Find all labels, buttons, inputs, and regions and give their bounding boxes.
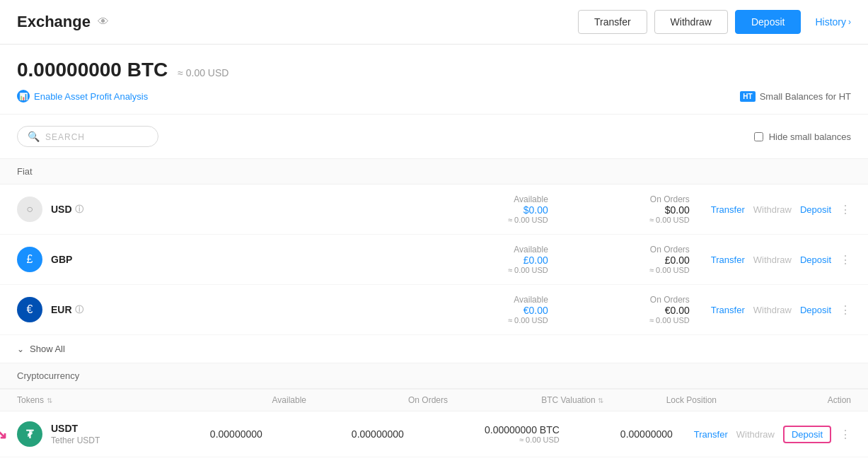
col-header-tokens: Tokens ⇅ xyxy=(17,395,102,405)
gbp-transfer-btn[interactable]: Transfer xyxy=(711,255,745,265)
ht-badge: HT xyxy=(740,91,755,102)
btc-approx-usd: ≈ 0.00 USD xyxy=(178,67,228,78)
balance-section: 0.00000000 BTC ≈ 0.00 USD 📊 Enable Asset… xyxy=(0,45,868,115)
eur-available-col: Available €0.00 ≈ 0.00 USD xyxy=(449,295,548,324)
transfer-button[interactable]: Transfer xyxy=(578,10,647,34)
col-header-lockpos: Lock Position xyxy=(632,395,717,405)
gbp-available-col: Available £0.00 ≈ 0.00 USD xyxy=(449,245,548,274)
profit-analysis-link[interactable]: 📊 Enable Asset Profit Analysis xyxy=(17,90,148,103)
usdt-btcval-col: 0.00000000 BTC ≈ 0.00 USD xyxy=(432,424,560,444)
usdt-onorders-col: 0.00000000 xyxy=(291,428,404,440)
usdt-name-col: USDT Tether USDT xyxy=(51,423,108,445)
usdt-deposit-btn[interactable]: Deposit xyxy=(783,426,831,443)
usd-icon: ○ xyxy=(17,197,42,222)
usd-deposit-btn[interactable]: Deposit xyxy=(800,204,831,215)
profit-icon: 📊 xyxy=(17,90,30,103)
usd-info-icon[interactable]: ⓘ xyxy=(75,204,83,216)
usd-more-icon[interactable]: ⋮ xyxy=(840,203,851,216)
btcval-sort-icon[interactable]: ⇅ xyxy=(598,397,603,404)
usdt-transfer-btn[interactable]: Transfer xyxy=(694,429,728,440)
withdraw-button[interactable]: Withdraw xyxy=(654,10,728,34)
gbp-name-col: GBP xyxy=(51,254,108,265)
col-header-available: Available xyxy=(207,395,306,405)
usd-available-col: Available $0.00 ≈ 0.00 USD xyxy=(449,194,548,224)
usd-actions: Transfer Withdraw Deposit ⋮ xyxy=(711,203,851,216)
usd-onorders-col: On Orders $0.00 ≈ 0.00 USD xyxy=(577,194,690,224)
usdt-symbol: USDT xyxy=(51,423,108,434)
gbp-deposit-btn[interactable]: Deposit xyxy=(800,255,831,265)
chevron-down-icon: ⌄ xyxy=(17,344,24,354)
page-title: Exchange xyxy=(17,13,91,31)
eur-transfer-btn[interactable]: Transfer xyxy=(711,305,745,315)
eur-withdraw-btn[interactable]: Withdraw xyxy=(753,305,792,315)
table-row: € EUR ⓘ Available €0.00 ≈ 0.00 USD On Or… xyxy=(0,285,868,335)
profit-analysis-row: 📊 Enable Asset Profit Analysis HT Small … xyxy=(17,90,851,103)
usdt-actions: Transfer Withdraw Deposit ⋮ xyxy=(694,426,851,443)
eur-icon: € xyxy=(17,297,42,322)
eur-symbol: EUR ⓘ xyxy=(51,304,108,316)
history-link[interactable]: History › xyxy=(808,11,851,33)
table-row: ↘ ₮ USDT Tether USDT 0.00000000 0.000000… xyxy=(0,411,868,457)
header-actions: Transfer Withdraw Deposit History › xyxy=(578,10,851,34)
usdt-more-icon[interactable]: ⋮ xyxy=(840,428,851,441)
hide-small-label: Hide small balances xyxy=(769,131,851,142)
eur-actions: Transfer Withdraw Deposit ⋮ xyxy=(711,303,851,317)
table-row: £ GBP Available £0.00 ≈ 0.00 USD On Orde… xyxy=(0,235,868,285)
show-all-label: Show All xyxy=(30,344,65,354)
usdt-lockpos-col: 0.00000000 xyxy=(588,428,673,440)
gbp-more-icon[interactable]: ⋮ xyxy=(840,253,851,267)
gbp-symbol: GBP xyxy=(51,254,108,265)
usdt-withdraw-btn[interactable]: Withdraw xyxy=(736,429,775,440)
crypto-section-header: Cryptocurrency xyxy=(0,363,868,389)
gbp-actions: Transfer Withdraw Deposit ⋮ xyxy=(711,253,851,267)
btc-balance-display: 0.00000000 BTC ≈ 0.00 USD xyxy=(17,59,851,81)
gbp-onorders-col: On Orders £0.00 ≈ 0.00 USD xyxy=(577,245,690,274)
crypto-col-headers: Tokens ⇅ Available On Orders BTC Valuati… xyxy=(0,389,868,411)
eur-onorders-col: On Orders €0.00 ≈ 0.00 USD xyxy=(577,295,690,324)
history-arrow-icon: › xyxy=(848,17,851,27)
page-header: Exchange 👁 Transfer Withdraw Deposit His… xyxy=(0,0,868,45)
crypto-section: Cryptocurrency Tokens ⇅ Available On Ord… xyxy=(0,363,868,457)
search-icon: 🔍 xyxy=(28,131,40,142)
col-header-onorders: On Orders xyxy=(335,395,448,405)
small-balances-link[interactable]: HT Small Balances for HT xyxy=(740,91,851,102)
search-section: 🔍 Hide small balances xyxy=(0,115,868,158)
fiat-section-header: Fiat xyxy=(0,158,868,185)
gbp-icon: £ xyxy=(17,247,42,272)
col-header-btcval: BTC Valuation ⇅ xyxy=(476,395,603,405)
usd-name-col: USD ⓘ xyxy=(51,204,108,216)
hide-small-checkbox[interactable] xyxy=(754,132,763,141)
usdt-icon: ₮ xyxy=(17,421,42,447)
col-header-action: Action xyxy=(738,395,851,405)
eur-name-col: EUR ⓘ xyxy=(51,304,108,316)
fiat-section: Fiat ○ USD ⓘ Available $0.00 ≈ 0.00 USD … xyxy=(0,158,868,363)
eur-more-icon[interactable]: ⋮ xyxy=(840,303,851,317)
profit-analysis-label: Enable Asset Profit Analysis xyxy=(34,91,148,102)
show-all-row[interactable]: ⌄ Show All xyxy=(0,335,868,363)
usd-symbol: USD ⓘ xyxy=(51,204,108,216)
deposit-button[interactable]: Deposit xyxy=(735,10,801,34)
eur-info-icon[interactable]: ⓘ xyxy=(75,304,83,316)
small-balances-label: Small Balances for HT xyxy=(760,91,851,102)
red-arrow-indicator: ↘ xyxy=(0,425,7,443)
search-box: 🔍 xyxy=(17,126,158,147)
search-input[interactable] xyxy=(45,131,144,142)
btc-balance-value: 0.00000000 BTC xyxy=(17,59,168,81)
down-arrow-icon: ↘ xyxy=(0,425,7,443)
usd-withdraw-btn[interactable]: Withdraw xyxy=(753,204,792,215)
visibility-toggle-icon[interactable]: 👁 xyxy=(98,16,109,28)
eur-deposit-btn[interactable]: Deposit xyxy=(800,305,831,315)
hide-small-balances-toggle[interactable]: Hide small balances xyxy=(754,131,851,142)
table-row: ○ USD ⓘ Available $0.00 ≈ 0.00 USD On Or… xyxy=(0,185,868,235)
usdt-available-col: 0.00000000 xyxy=(163,428,262,440)
tokens-sort-icon[interactable]: ⇅ xyxy=(47,397,52,404)
usd-transfer-btn[interactable]: Transfer xyxy=(711,204,745,215)
gbp-withdraw-btn[interactable]: Withdraw xyxy=(753,255,792,265)
usdt-full-name: Tether USDT xyxy=(51,435,108,445)
